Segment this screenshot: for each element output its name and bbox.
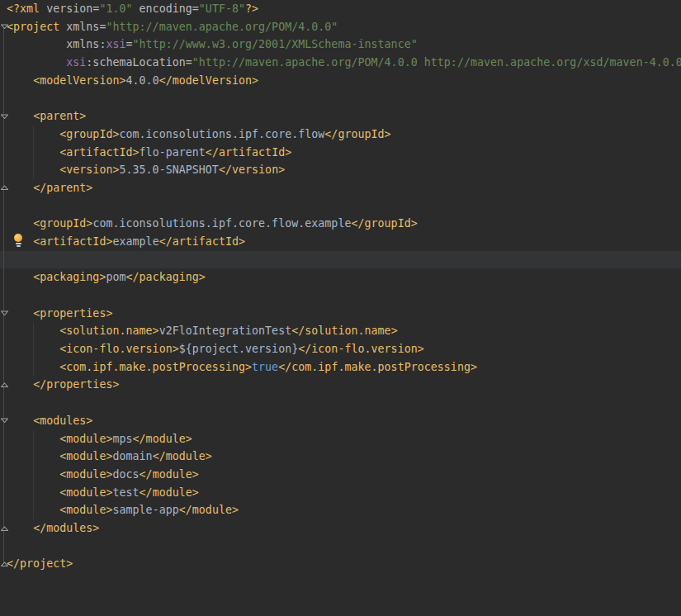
code-token-sp	[7, 146, 59, 159]
code-token-tag: </icon-flo.version>	[298, 343, 424, 355]
code-token-tag: <artifactId>	[59, 146, 139, 159]
bulb-base	[16, 243, 21, 244]
code-token-text: ${project.version}	[179, 343, 299, 355]
code-token-tag: </properties>	[33, 378, 119, 391]
code-token-text: com.iconsolutions.ipf.core.flow	[119, 128, 324, 140]
code-line[interactable]: <packaging>pom</packaging>	[0, 268, 681, 287]
code-token-tag: </modelVersion>	[159, 74, 258, 87]
code-token-sp	[7, 110, 33, 122]
code-token-tag: <modelVersion>	[33, 74, 125, 87]
code-line[interactable]: </properties>	[0, 376, 681, 394]
code-token-ns: xsi	[66, 56, 86, 69]
code-token-attr: :schemaLocation=	[86, 56, 192, 69]
code-line[interactable]: <project xmlns="http://maven.apache.org/…	[0, 18, 681, 36]
code-token-tag: </solution.name>	[291, 325, 397, 337]
code-line[interactable]: xmlns:xsi="http://www.w3.org/2001/XMLSch…	[0, 36, 681, 54]
code-token-sp	[7, 468, 59, 481]
code-line[interactable]: <module>sample-app</module>	[0, 501, 681, 519]
code-token-tag: <properties>	[33, 307, 112, 320]
code-token-tag: <groupId>	[59, 128, 119, 140]
code-line[interactable]: <parent>	[0, 107, 681, 126]
code-token-str: "http://www.w3.org/2001/XMLSchema-instan…	[133, 38, 418, 50]
code-line[interactable]: <modules>	[0, 412, 681, 430]
code-line[interactable]	[0, 538, 681, 556]
code-line[interactable]	[0, 287, 681, 305]
code-line[interactable]: <groupId>com.iconsolutions.ipf.core.flow…	[0, 126, 681, 144]
code-token-str: "1.0"	[99, 2, 132, 15]
code-token-text: test	[112, 486, 139, 499]
code-line[interactable]: <version>5.35.0-SNAPSHOT</version>	[0, 161, 681, 179]
code-token-sp	[7, 343, 59, 355]
code-token-tag: <icon-flo.version>	[59, 343, 179, 355]
code-line[interactable]: <com.ipf.make.postProcessing>true</com.i…	[0, 358, 681, 377]
code-line[interactable]: <solution.name>v2FloIntegrationTest</sol…	[0, 322, 681, 340]
code-token-sp	[7, 450, 59, 462]
code-token-tag: </module>	[140, 486, 199, 499]
code-line[interactable]: </modules>	[0, 519, 681, 538]
code-token-sp	[7, 56, 66, 69]
code-line[interactable]: <icon-flo.version>${project.version}</ic…	[0, 340, 681, 358]
code-token-tag: </artifactId>	[159, 235, 245, 248]
code-token-tag: <module>	[59, 504, 112, 516]
code-token-bool: true	[252, 361, 278, 373]
code-line[interactable]: </project>	[0, 555, 681, 573]
code-token-tag: </parent>	[33, 182, 92, 194]
code-line[interactable]: <artifactId>example</artifactId>	[0, 233, 681, 251]
code-line[interactable]: <module>domain</module>	[0, 448, 681, 466]
intention-bulb-icon[interactable]	[13, 234, 23, 247]
code-token-tag: </module>	[140, 468, 199, 481]
code-token-sp	[7, 128, 59, 140]
code-token-tag: </project>	[7, 557, 73, 570]
code-token-tag: </com.ipf.make.postProcessing>	[278, 361, 477, 373]
code-token-sp	[7, 271, 33, 283]
code-token-sp	[7, 182, 33, 194]
code-line[interactable]: <?xml version="1.0" encoding="UTF-8"?>	[0, 0, 681, 18]
code-token-text: sample-app	[112, 504, 178, 516]
fold-end-icon[interactable]	[0, 519, 9, 538]
code-line[interactable]: <groupId>com.iconsolutions.ipf.core.flow…	[0, 215, 681, 233]
code-token-attr: encoding=	[133, 2, 199, 15]
code-line[interactable]: <module>docs</module>	[0, 466, 681, 484]
code-line[interactable]	[0, 197, 681, 216]
code-line[interactable]	[0, 89, 681, 107]
code-token-sp	[7, 361, 59, 373]
code-token-str: "http://maven.apache.org/POM/4.0.0"	[106, 21, 338, 33]
code-line[interactable]: xsi:schemaLocation="http://maven.apache.…	[0, 54, 681, 72]
code-line[interactable]: <module>mps</module>	[0, 430, 681, 448]
code-token-text: domain	[112, 450, 152, 462]
code-line[interactable]: <modelVersion>4.0.0</modelVersion>	[0, 72, 681, 90]
code-token-sp	[7, 217, 33, 230]
code-token-attr: =	[126, 38, 133, 50]
code-token-tag: </packaging>	[126, 271, 206, 283]
fold-expanded-icon[interactable]	[0, 107, 9, 126]
code-token-text: example	[112, 235, 158, 248]
fold-expanded-icon[interactable]	[0, 18, 9, 36]
code-token-tag: <parent>	[33, 110, 86, 122]
code-token-sp	[7, 378, 33, 391]
fold-expanded-icon[interactable]	[0, 412, 9, 430]
code-token-sp	[7, 433, 59, 445]
code-token-tag: </module>	[133, 433, 192, 445]
code-token-sp	[7, 307, 33, 320]
code-token-text: 5.35.0-SNAPSHOT	[119, 163, 218, 176]
code-line[interactable]	[0, 251, 681, 269]
fold-end-icon[interactable]	[0, 377, 9, 395]
code-token-sp	[7, 522, 33, 534]
code-token-tag: ?>	[245, 2, 258, 15]
code-editor[interactable]: <?xml version="1.0" encoding="UTF-8"?><p…	[0, 0, 681, 616]
code-token-text: mps	[112, 433, 132, 445]
code-line[interactable]: </parent>	[0, 179, 681, 197]
fold-end-icon[interactable]	[0, 179, 9, 197]
code-line[interactable]: <module>test</module>	[0, 484, 681, 502]
fold-end-icon[interactable]	[0, 556, 9, 574]
code-token-sp	[7, 504, 59, 516]
code-line[interactable]: <properties>	[0, 305, 681, 323]
code-token-attr: version=	[46, 2, 99, 15]
code-line[interactable]: <artifactId>flo-parent</artifactId>	[0, 144, 681, 162]
code-line[interactable]	[0, 394, 681, 412]
code-token-tag: <groupId>	[33, 217, 92, 230]
fold-expanded-icon[interactable]	[0, 305, 9, 323]
code-token-str: "http://maven.apache.org/POM/4.0.0 http:…	[192, 56, 681, 69]
code-area[interactable]: <?xml version="1.0" encoding="UTF-8"?><p…	[0, 0, 681, 573]
code-token-tag: </modules>	[33, 522, 99, 534]
